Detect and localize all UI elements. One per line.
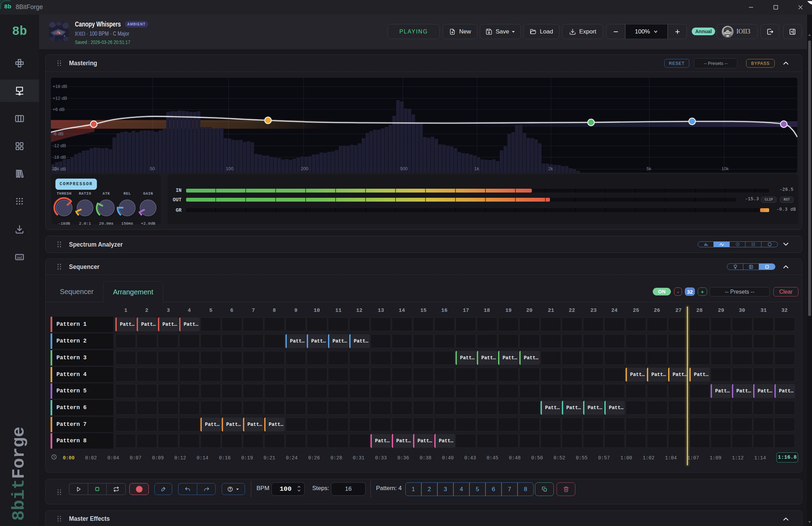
svg-text:2k: 2k <box>548 166 553 171</box>
svg-text:+6 dB: +6 dB <box>53 107 64 112</box>
svg-text:-6 dB: -6 dB <box>53 131 63 136</box>
svg-text:100: 100 <box>226 166 233 171</box>
svg-text:20: 20 <box>52 166 57 171</box>
svg-text:200: 200 <box>301 166 308 171</box>
svg-text:5k: 5k <box>646 166 651 171</box>
svg-text:-18 dB: -18 dB <box>53 155 66 160</box>
svg-text:500: 500 <box>400 166 408 171</box>
svg-text:10k: 10k <box>721 166 729 171</box>
svg-text:-12 dB: -12 dB <box>53 143 66 148</box>
svg-text:+18 dB: +18 dB <box>53 84 67 89</box>
svg-text:+12 dB: +12 dB <box>53 96 67 101</box>
svg-text:50: 50 <box>150 166 155 171</box>
svg-text:1k: 1k <box>474 166 479 171</box>
